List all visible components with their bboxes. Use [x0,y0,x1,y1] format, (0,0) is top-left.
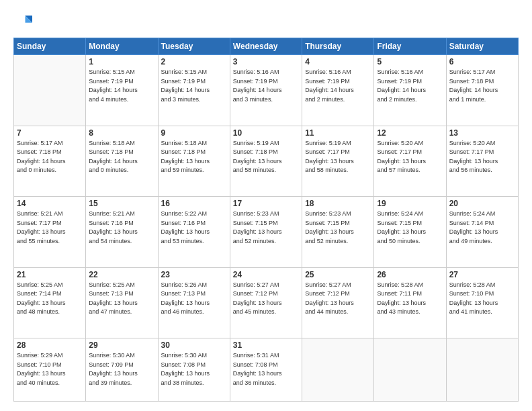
day-cell: 15Sunrise: 5:21 AMSunset: 7:16 PMDayligh… [86,197,158,268]
day-cell: 14Sunrise: 5:21 AMSunset: 7:17 PMDayligh… [14,197,86,268]
logo-icon [13,12,32,31]
day-cell: 26Sunrise: 5:28 AMSunset: 7:11 PMDayligh… [374,267,446,338]
day-number: 27 [449,270,515,279]
col-header-friday: Friday [374,38,446,55]
day-number: 29 [89,340,154,350]
day-number: 6 [449,57,515,66]
logo [13,12,35,31]
day-cell: 25Sunrise: 5:27 AMSunset: 7:12 PMDayligh… [302,267,374,338]
day-number: 18 [305,199,371,208]
day-cell: 30Sunrise: 5:30 AMSunset: 7:08 PMDayligh… [158,338,230,402]
day-number: 31 [233,340,299,350]
day-number: 30 [161,340,227,350]
day-info: Sunrise: 5:17 AMSunset: 7:18 PMDaylight:… [449,68,515,104]
week-row-3: 14Sunrise: 5:21 AMSunset: 7:17 PMDayligh… [14,197,519,268]
day-number: 21 [17,270,83,279]
day-cell [14,55,86,126]
day-cell: 7Sunrise: 5:17 AMSunset: 7:18 PMDaylight… [14,126,86,197]
day-info: Sunrise: 5:16 AMSunset: 7:19 PMDaylight:… [377,68,443,104]
day-cell: 2Sunrise: 5:15 AMSunset: 7:19 PMDaylight… [158,55,230,126]
day-info: Sunrise: 5:21 AMSunset: 7:17 PMDaylight:… [17,210,83,246]
day-info: Sunrise: 5:21 AMSunset: 7:16 PMDaylight:… [89,210,154,246]
day-info: Sunrise: 5:31 AMSunset: 7:08 PMDaylight:… [233,351,299,387]
day-number: 4 [305,57,371,66]
col-header-saturday: Saturday [446,38,518,55]
day-info: Sunrise: 5:29 AMSunset: 7:10 PMDaylight:… [17,351,83,387]
day-cell: 13Sunrise: 5:20 AMSunset: 7:17 PMDayligh… [446,126,518,197]
day-cell: 16Sunrise: 5:22 AMSunset: 7:16 PMDayligh… [158,197,230,268]
header-row: SundayMondayTuesdayWednesdayThursdayFrid… [14,38,519,55]
day-cell: 6Sunrise: 5:17 AMSunset: 7:18 PMDaylight… [446,55,518,126]
week-row-5: 28Sunrise: 5:29 AMSunset: 7:10 PMDayligh… [14,338,519,402]
day-info: Sunrise: 5:15 AMSunset: 7:19 PMDaylight:… [89,68,154,104]
day-cell: 23Sunrise: 5:26 AMSunset: 7:13 PMDayligh… [158,267,230,338]
col-header-wednesday: Wednesday [230,38,302,55]
day-number: 15 [89,199,154,208]
day-number: 3 [233,57,299,66]
day-info: Sunrise: 5:28 AMSunset: 7:11 PMDaylight:… [377,281,443,317]
day-info: Sunrise: 5:17 AMSunset: 7:18 PMDaylight:… [17,139,83,175]
day-cell: 28Sunrise: 5:29 AMSunset: 7:10 PMDayligh… [14,338,86,402]
day-info: Sunrise: 5:27 AMSunset: 7:12 PMDaylight:… [233,281,299,317]
day-number: 7 [17,128,83,138]
day-info: Sunrise: 5:19 AMSunset: 7:17 PMDaylight:… [305,139,371,175]
day-cell: 4Sunrise: 5:16 AMSunset: 7:19 PMDaylight… [302,55,374,126]
day-info: Sunrise: 5:16 AMSunset: 7:19 PMDaylight:… [305,68,371,104]
day-info: Sunrise: 5:27 AMSunset: 7:12 PMDaylight:… [305,281,371,317]
day-cell: 3Sunrise: 5:16 AMSunset: 7:19 PMDaylight… [230,55,302,126]
day-info: Sunrise: 5:24 AMSunset: 7:14 PMDaylight:… [449,210,515,246]
day-info: Sunrise: 5:15 AMSunset: 7:19 PMDaylight:… [161,68,227,104]
col-header-tuesday: Tuesday [158,38,230,55]
day-cell: 18Sunrise: 5:23 AMSunset: 7:15 PMDayligh… [302,197,374,268]
day-number: 16 [161,199,227,208]
day-info: Sunrise: 5:16 AMSunset: 7:19 PMDaylight:… [233,68,299,104]
day-number: 14 [17,199,83,208]
day-cell: 27Sunrise: 5:28 AMSunset: 7:10 PMDayligh… [446,267,518,338]
day-info: Sunrise: 5:25 AMSunset: 7:13 PMDaylight:… [89,281,154,317]
day-info: Sunrise: 5:18 AMSunset: 7:18 PMDaylight:… [161,139,227,175]
day-info: Sunrise: 5:30 AMSunset: 7:08 PMDaylight:… [161,351,227,387]
day-cell: 9Sunrise: 5:18 AMSunset: 7:18 PMDaylight… [158,126,230,197]
day-number: 11 [305,128,371,138]
day-cell: 8Sunrise: 5:18 AMSunset: 7:18 PMDaylight… [86,126,158,197]
day-cell: 5Sunrise: 5:16 AMSunset: 7:19 PMDaylight… [374,55,446,126]
day-info: Sunrise: 5:25 AMSunset: 7:14 PMDaylight:… [17,281,83,317]
day-info: Sunrise: 5:22 AMSunset: 7:16 PMDaylight:… [161,210,227,246]
day-number: 5 [377,57,443,66]
day-cell: 24Sunrise: 5:27 AMSunset: 7:12 PMDayligh… [230,267,302,338]
day-info: Sunrise: 5:23 AMSunset: 7:15 PMDaylight:… [233,210,299,246]
col-header-thursday: Thursday [302,38,374,55]
day-info: Sunrise: 5:26 AMSunset: 7:13 PMDaylight:… [161,281,227,317]
day-number: 17 [233,199,299,208]
week-row-4: 21Sunrise: 5:25 AMSunset: 7:14 PMDayligh… [14,267,519,338]
day-cell: 21Sunrise: 5:25 AMSunset: 7:14 PMDayligh… [14,267,86,338]
calendar-table: SundayMondayTuesdayWednesdayThursdayFrid… [13,38,519,402]
week-row-2: 7Sunrise: 5:17 AMSunset: 7:18 PMDaylight… [14,126,519,197]
day-number: 1 [89,57,154,66]
day-cell: 19Sunrise: 5:24 AMSunset: 7:15 PMDayligh… [374,197,446,268]
day-number: 2 [161,57,227,66]
day-number: 19 [377,199,443,208]
page: SundayMondayTuesdayWednesdayThursdayFrid… [0,0,532,411]
day-cell: 12Sunrise: 5:20 AMSunset: 7:17 PMDayligh… [374,126,446,197]
day-cell [374,338,446,402]
day-cell: 11Sunrise: 5:19 AMSunset: 7:17 PMDayligh… [302,126,374,197]
day-info: Sunrise: 5:20 AMSunset: 7:17 PMDaylight:… [377,139,443,175]
day-cell: 17Sunrise: 5:23 AMSunset: 7:15 PMDayligh… [230,197,302,268]
day-cell: 10Sunrise: 5:19 AMSunset: 7:18 PMDayligh… [230,126,302,197]
day-number: 28 [17,340,83,350]
day-number: 10 [233,128,299,138]
day-number: 12 [377,128,443,138]
day-info: Sunrise: 5:23 AMSunset: 7:15 PMDaylight:… [305,210,371,246]
day-info: Sunrise: 5:28 AMSunset: 7:10 PMDaylight:… [449,281,515,317]
week-row-1: 1Sunrise: 5:15 AMSunset: 7:19 PMDaylight… [14,55,519,126]
day-cell: 29Sunrise: 5:30 AMSunset: 7:09 PMDayligh… [86,338,158,402]
day-number: 25 [305,270,371,279]
day-info: Sunrise: 5:19 AMSunset: 7:18 PMDaylight:… [233,139,299,175]
day-cell [302,338,374,402]
day-number: 20 [449,199,515,208]
day-number: 24 [233,270,299,279]
day-cell: 22Sunrise: 5:25 AMSunset: 7:13 PMDayligh… [86,267,158,338]
day-number: 23 [161,270,227,279]
day-number: 8 [89,128,154,138]
